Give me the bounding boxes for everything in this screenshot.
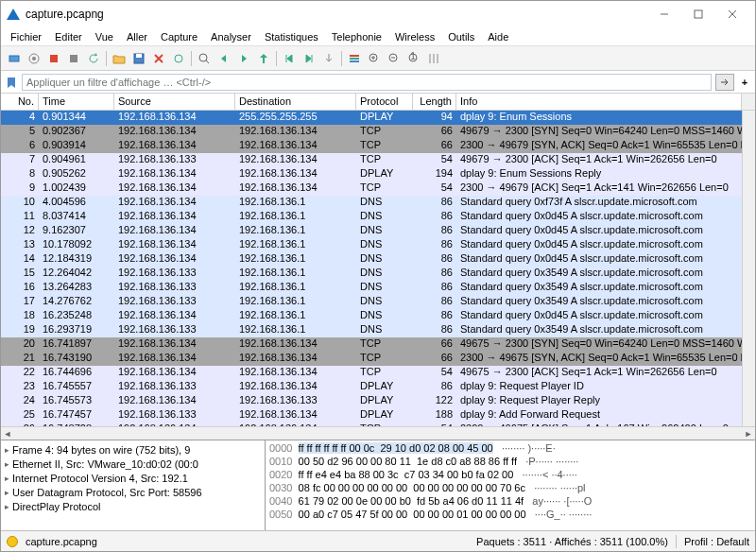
svg-point-6 (32, 57, 36, 60)
go-first-icon[interactable] (280, 49, 299, 68)
svg-rect-10 (136, 54, 142, 58)
menu-capture[interactable]: Capture (155, 29, 203, 44)
vertical-scrollbar[interactable] (742, 94, 755, 110)
resize-columns-icon[interactable] (424, 49, 443, 68)
packet-row[interactable]: 40.901344192.168.136.134255.255.255.255D… (1, 111, 742, 125)
go-back-icon[interactable] (215, 49, 233, 68)
packet-row[interactable]: 2516.747457192.168.136.133192.168.136.13… (1, 408, 742, 423)
svg-text:1: 1 (410, 52, 416, 61)
tree-item[interactable]: ▸DirectPlay Protocol (5, 499, 261, 513)
packet-list: No. Time Source Destination Protocol Len… (1, 94, 755, 426)
menu-statistiques[interactable]: Statistiques (259, 29, 324, 44)
packet-row[interactable]: 70.904961192.168.136.133192.168.136.134T… (1, 153, 742, 167)
go-to-icon[interactable] (254, 49, 273, 68)
packet-row[interactable]: 2416.745573192.168.136.134192.168.136.13… (1, 394, 742, 408)
packet-row[interactable]: 1412.184319192.168.136.134192.168.136.1D… (1, 252, 742, 267)
close-file-icon[interactable] (149, 49, 168, 68)
packet-row[interactable]: 118.037414192.168.136.134192.168.136.1DN… (1, 210, 742, 224)
zoom-out-icon[interactable] (385, 49, 404, 68)
horizontal-scrollbar[interactable]: ◄► (1, 426, 755, 440)
menubar: FichierEditerVueAllerCaptureAnalyserStat… (1, 27, 755, 46)
hex-line[interactable]: 0010 00 50 d2 96 00 00 80 11 1e d8 c0 a8… (269, 456, 751, 469)
packet-row[interactable]: 1512.264042192.168.136.133192.168.136.1D… (1, 267, 742, 281)
menu-vue[interactable]: Vue (90, 29, 119, 44)
save-icon[interactable] (129, 49, 148, 68)
wireshark-icon (7, 9, 20, 20)
hex-line[interactable]: 0030 08 fc 00 00 00 00 00 00 00 00 00 00… (269, 482, 751, 495)
separator (191, 51, 192, 66)
svg-rect-1 (695, 10, 702, 18)
packet-row[interactable]: 91.002439192.168.136.134192.168.136.134T… (1, 181, 742, 196)
hex-line[interactable]: 0050 00 a0 c7 05 47 5f 00 00 00 00 00 01… (269, 509, 751, 522)
col-header-no[interactable]: No. (1, 94, 39, 110)
tree-item[interactable]: ▸User Datagram Protocol, Src Port: 58596 (5, 485, 261, 499)
menu-analyser[interactable]: Analyser (205, 29, 257, 44)
packet-row[interactable]: 1714.276762192.168.136.133192.168.136.1D… (1, 295, 742, 309)
vertical-scrollbar[interactable] (742, 111, 755, 426)
packet-row[interactable]: 50.902367192.168.136.134192.168.136.134T… (1, 125, 742, 139)
packet-row[interactable]: 80.905262192.168.136.134192.168.136.134D… (1, 167, 742, 181)
filter-bar: + (1, 71, 755, 94)
packet-row[interactable]: 2316.745557192.168.136.133192.168.136.13… (1, 380, 742, 394)
display-filter-input[interactable] (22, 74, 712, 91)
packet-row[interactable]: 2116.743190192.168.136.134192.168.136.13… (1, 352, 742, 366)
packet-row[interactable]: 2016.741897192.168.136.134192.168.136.13… (1, 337, 742, 352)
col-header-length[interactable]: Length (413, 94, 456, 110)
packet-bytes-hex[interactable]: 0000 ff ff ff ff ff ff 00 0c 29 10 d0 02… (266, 440, 755, 530)
colorize-icon[interactable] (345, 49, 364, 68)
packet-row[interactable]: 60.903914192.168.136.134192.168.136.134T… (1, 139, 742, 153)
zoom-in-icon[interactable] (365, 49, 384, 68)
svg-rect-15 (350, 55, 359, 57)
packet-rows[interactable]: 40.901344192.168.136.134255.255.255.255D… (1, 111, 742, 426)
close-button[interactable] (715, 1, 749, 27)
auto-scroll-icon[interactable] (319, 49, 338, 68)
packet-row[interactable]: 1310.178092192.168.136.134192.168.136.1D… (1, 238, 742, 252)
restart-capture-icon[interactable] (84, 49, 103, 68)
zoom-reset-icon[interactable]: 1 (404, 49, 423, 68)
packet-row[interactable]: 129.162307192.168.136.134192.168.136.1DN… (1, 224, 742, 238)
go-forward-icon[interactable] (234, 49, 253, 68)
col-header-destination[interactable]: Destination (235, 94, 356, 110)
packet-row[interactable]: 2616.748728192.168.136.134192.168.136.13… (1, 423, 742, 426)
interfaces-icon[interactable] (5, 49, 24, 68)
reload-icon[interactable] (169, 49, 188, 68)
minimize-button[interactable] (647, 1, 681, 27)
open-icon[interactable] (110, 49, 129, 68)
tree-item[interactable]: ▸Internet Protocol Version 4, Src: 192.1 (5, 471, 261, 485)
col-header-time[interactable]: Time (39, 94, 114, 110)
toolbar: 1 (1, 46, 755, 71)
menu-aide[interactable]: Aide (482, 29, 514, 44)
packet-row[interactable]: 1816.235248192.168.136.134192.168.136.1D… (1, 309, 742, 323)
packet-row[interactable]: 2216.744696192.168.136.134192.168.136.13… (1, 366, 742, 380)
tree-item[interactable]: ▸Frame 4: 94 bytes on wire (752 bits), 9 (5, 442, 261, 457)
menu-editer[interactable]: Editer (49, 29, 88, 44)
add-filter-button[interactable]: + (738, 74, 751, 91)
packet-row[interactable]: 1613.264283192.168.136.133192.168.136.1D… (1, 281, 742, 295)
hex-line[interactable]: 0040 61 79 02 00 0e 00 00 b0 fd 5b a4 06… (269, 495, 751, 509)
maximize-button[interactable] (681, 1, 715, 27)
col-header-protocol[interactable]: Protocol (356, 94, 413, 110)
menu-wireless[interactable]: Wireless (389, 29, 440, 44)
status-profile[interactable]: Profil : Default (684, 536, 749, 547)
bottom-panes: ▸Frame 4: 94 bytes on wire (752 bits), 9… (1, 440, 755, 530)
packet-row[interactable]: 1916.293719192.168.136.133192.168.136.1D… (1, 323, 742, 337)
packet-row[interactable]: 104.004596192.168.136.134192.168.136.1DN… (1, 196, 742, 210)
menu-outils[interactable]: Outils (442, 29, 480, 44)
go-last-icon[interactable] (300, 49, 318, 68)
menu-fichier[interactable]: Fichier (5, 29, 47, 44)
options-icon[interactable] (25, 49, 43, 68)
expert-info-icon[interactable] (7, 536, 18, 547)
start-capture-icon[interactable] (44, 49, 63, 68)
col-header-source[interactable]: Source (114, 94, 235, 110)
packet-details-tree[interactable]: ▸Frame 4: 94 bytes on wire (752 bits), 9… (1, 440, 266, 530)
hex-line[interactable]: 0020 ff ff e4 e4 ba 88 00 3c c7 03 34 00… (269, 469, 751, 482)
menu-aller[interactable]: Aller (121, 29, 153, 44)
apply-filter-button[interactable] (715, 74, 734, 91)
col-header-info[interactable]: Info (456, 94, 742, 110)
menu-telephonie[interactable]: Telephonie (326, 29, 387, 44)
stop-capture-icon[interactable] (64, 49, 83, 68)
tree-item[interactable]: ▸Ethernet II, Src: VMware_10:d0:02 (00:0 (5, 457, 261, 471)
find-icon[interactable] (195, 49, 214, 68)
bookmark-icon[interactable] (5, 76, 18, 89)
hex-line[interactable]: 0000 ff ff ff ff ff ff 00 0c 29 10 d0 02… (269, 442, 751, 456)
